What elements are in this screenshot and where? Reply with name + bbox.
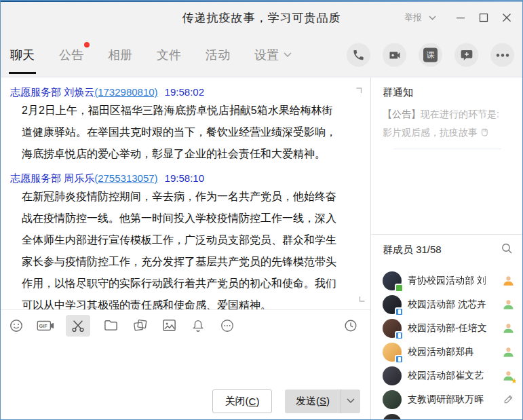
tabs: 聊天 公告 相册 文件 活动 设置 — [10, 33, 292, 77]
mobile-online-badge — [395, 331, 404, 340]
member-row[interactable]: 校园活动部崔文艺 ★ — [383, 364, 516, 387]
sender-name[interactable]: 志愿服务部 周乐乐 — [10, 172, 94, 184]
members-count-title: 群成员 31/58 — [383, 244, 442, 256]
message-sender-line: 志愿服务部 周乐乐(2755313057)19:58:10 — [10, 171, 361, 186]
message-input[interactable] — [1, 341, 370, 383]
member-name: 校园活动部崔文艺 — [408, 370, 501, 382]
scissors-icon — [71, 318, 85, 333]
group-app-button[interactable] — [454, 43, 478, 67]
tab-settings[interactable]: 设置 — [254, 33, 292, 77]
search-members-button[interactable] — [501, 243, 513, 257]
voice-call-button[interactable] — [347, 43, 370, 67]
class-mode-button[interactable]: 课 — [419, 43, 442, 67]
pencil-icon — [503, 394, 514, 405]
tab-activities[interactable]: 活动 — [206, 33, 230, 77]
more-tools-button[interactable] — [218, 317, 236, 335]
image-button[interactable] — [160, 317, 178, 335]
chevron-down-icon — [284, 52, 292, 58]
notification-dot — [84, 42, 90, 47]
close-chat-button[interactable]: 关闭(C) — [212, 389, 272, 413]
sender-name[interactable]: 志愿服务部 刘焕云 — [10, 86, 94, 98]
minimize-button[interactable] — [449, 7, 472, 28]
member-row[interactable]: 青协校园活动部 刘 — [383, 269, 516, 292]
phone-icon — [352, 49, 365, 62]
camera-online-badge — [395, 284, 404, 292]
message-sender-line: 志愿服务部 刘焕云(1732980810)19:58:02 — [10, 85, 361, 100]
more-circle-icon — [220, 318, 235, 333]
sender-uin-link[interactable]: (2755313057) — [94, 172, 157, 184]
search-icon — [501, 243, 513, 254]
bell-icon — [191, 318, 206, 333]
sidebar-section-divider — [371, 234, 522, 235]
member-name: 校园活动部-任培文 — [408, 322, 501, 335]
message-history-button[interactable] — [342, 317, 360, 335]
composer-buttons: 关闭(C) 发送(S) — [1, 383, 370, 419]
fist-emoji — [480, 127, 489, 137]
group-notice-title[interactable]: 群通知 — [383, 86, 511, 99]
sender-uin-link[interactable]: (1732980810) — [94, 86, 157, 98]
notice-divider — [393, 149, 501, 149]
send-button[interactable]: 发送(S) — [285, 395, 341, 408]
chat-history[interactable]: 志愿服务部 刘焕云(1732980810)19:58:02 2月2日上午，福田区… — [1, 77, 370, 309]
avatar[interactable] — [383, 319, 402, 338]
avatar[interactable] — [383, 366, 402, 385]
avatar[interactable] — [383, 414, 402, 420]
report-dropdown-button[interactable] — [423, 7, 441, 28]
avatar[interactable] — [383, 271, 402, 290]
avatar[interactable] — [383, 295, 402, 314]
member-list: 青协校园活动部 刘 校园活动部 沈芯卉 校园活动部-任培文 — [383, 269, 516, 419]
chevron-down-icon — [429, 16, 436, 20]
tab-chat[interactable]: 聊天 — [10, 33, 35, 77]
mobile-online-badge — [395, 355, 404, 364]
message-time: 19:58:10 — [165, 172, 204, 184]
tab-album[interactable]: 相册 — [108, 33, 132, 77]
window-controls: 举报 — [404, 2, 518, 33]
svg-text:GIF: GIF — [39, 323, 47, 329]
member-row[interactable]: ★ — [383, 411, 516, 419]
file-button[interactable] — [102, 317, 119, 335]
member-row[interactable]: 校园活动部-任培文 — [383, 316, 516, 340]
image-icon — [161, 318, 177, 333]
window-shake-button[interactable] — [131, 317, 149, 335]
send-options-button[interactable] — [341, 389, 360, 413]
chat-column: 志愿服务部 刘焕云(1732980810)19:58:02 2月2日上午，福田区… — [1, 77, 371, 419]
avatar[interactable] — [383, 390, 402, 409]
member-level-green-icon — [501, 346, 516, 358]
screenshot-button[interactable] — [66, 315, 90, 337]
member-level-green-icon — [501, 299, 516, 310]
clock-icon — [343, 318, 358, 333]
report-button[interactable]: 举报 — [404, 12, 422, 24]
notify-button[interactable] — [189, 317, 207, 335]
member-row[interactable]: 校园活动部 沈芯卉 — [383, 292, 516, 316]
star-badge-icon: ★ — [511, 377, 516, 385]
folder-icon — [103, 318, 119, 333]
more-actions-button[interactable] — [490, 43, 514, 67]
group-sidebar: 群通知 【公告】现在进行的环节是: 影片观后感，抗疫故事 群成员 31/58 — [371, 77, 522, 419]
composer-toolbar: GIF — [1, 309, 370, 341]
chevron-down-icon — [347, 398, 355, 404]
maximize-icon — [479, 13, 488, 22]
close-button[interactable] — [495, 7, 518, 28]
video-call-button[interactable] — [383, 43, 406, 67]
maximize-button[interactable] — [472, 7, 495, 28]
tab-announcement[interactable]: 公告 — [59, 33, 83, 77]
avatar[interactable] — [383, 343, 402, 362]
notice-tag: 【公告】 — [383, 109, 421, 119]
bubble-plus-icon — [460, 48, 473, 62]
minimize-icon — [456, 13, 465, 22]
emoji-button[interactable] — [7, 317, 25, 335]
message-time: 19:58:02 — [165, 86, 204, 98]
edit-card-button[interactable] — [501, 394, 516, 405]
star-badge-icon: ★ — [501, 419, 516, 419]
close-icon — [502, 13, 511, 22]
tab-files[interactable]: 文件 — [157, 33, 181, 77]
chevron-up-icon — [355, 84, 366, 95]
member-name: 支教调研部耿万晖 — [408, 394, 501, 406]
message-text: 在新冠肺炎疫情防控期间，辛去病，作为一名共产党员，他始终奋 战在疫情防控一线。他… — [10, 186, 361, 309]
member-row[interactable]: 支教调研部耿万晖 — [383, 387, 516, 411]
member-row[interactable]: 校园活动部郑冉 — [383, 340, 516, 364]
member-level-orange-icon — [501, 275, 516, 286]
gif-button[interactable]: GIF — [37, 317, 54, 335]
notice-line-1: 【公告】现在进行的环节是: — [383, 105, 511, 123]
video-camera-icon — [388, 48, 402, 62]
